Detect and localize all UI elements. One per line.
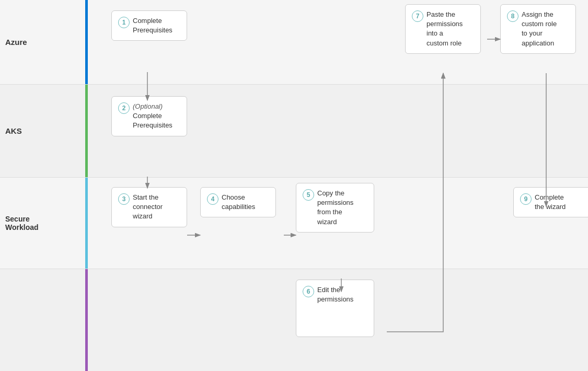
step-3-text: Start theconnectorwizard bbox=[133, 193, 163, 222]
step-2-text: (Optional)CompletePrerequisites bbox=[133, 102, 172, 131]
swimlane-label-bottom bbox=[0, 269, 88, 371]
swimlane-text-azure: Azure bbox=[5, 38, 27, 47]
step-4-text: Choosecapabilities bbox=[222, 193, 255, 212]
step-7-node: 7 Paste thepermissionsinto acustom role bbox=[405, 4, 481, 54]
swimlane-secure: SecureWorkload 3 Start theconnectorwizar… bbox=[0, 178, 588, 269]
step-2-number: 2 bbox=[118, 102, 130, 114]
swimlane-label-azure: Azure bbox=[0, 0, 88, 84]
step-2-node: 2 (Optional)CompletePrerequisites bbox=[111, 96, 187, 136]
swimlane-azure: Azure 1 CompletePrerequisites 7 Paste th… bbox=[0, 0, 588, 85]
step-9-text: Completethe wizard bbox=[535, 193, 566, 212]
step-6-number: 6 bbox=[303, 286, 314, 297]
step-5-text: Copy thepermissionsfrom thewizard bbox=[317, 189, 353, 227]
swimlane-content-bottom: 6 Edit thepermissions bbox=[88, 269, 588, 371]
step-3-number: 3 bbox=[118, 193, 130, 205]
step-5-node: 5 Copy thepermissionsfrom thewizard bbox=[296, 183, 374, 233]
step-7-text: Paste thepermissionsinto acustom role bbox=[426, 10, 463, 48]
step-9-node: 9 Completethe wizard bbox=[513, 187, 588, 217]
step-8-text: Assign thecustom roleto yourapplication bbox=[522, 10, 557, 48]
swimlane-label-secure: SecureWorkload bbox=[0, 178, 88, 269]
swimlane-bottom: 6 Edit thepermissions bbox=[0, 269, 588, 371]
step-7-number: 7 bbox=[412, 10, 423, 22]
swimlane-text-aks: AKS bbox=[5, 126, 22, 135]
step-4-node: 4 Choosecapabilities bbox=[200, 187, 276, 217]
step-9-number: 9 bbox=[520, 193, 532, 205]
swimlane-aks: AKS 2 (Optional)CompletePrerequisites bbox=[0, 85, 588, 178]
diagram-container: Azure 1 CompletePrerequisites 7 Paste th… bbox=[0, 0, 588, 371]
step-5-number: 5 bbox=[303, 189, 314, 201]
step-1-node: 1 CompletePrerequisites bbox=[111, 10, 187, 41]
step-3-node: 3 Start theconnectorwizard bbox=[111, 187, 187, 227]
step-1-text: CompletePrerequisites bbox=[133, 16, 172, 35]
swimlane-label-aks: AKS bbox=[0, 85, 88, 177]
swimlane-text-secure: SecureWorkload bbox=[5, 215, 39, 231]
step-6-node: 6 Edit thepermissions bbox=[296, 280, 374, 337]
step-6-text: Edit thepermissions bbox=[317, 285, 353, 304]
step-4-number: 4 bbox=[207, 193, 218, 205]
step-8-node: 8 Assign thecustom roleto yourapplicatio… bbox=[500, 4, 576, 54]
swimlane-content-secure: 3 Start theconnectorwizard 4 Choosecapab… bbox=[88, 178, 588, 269]
swimlane-content-aks: 2 (Optional)CompletePrerequisites bbox=[88, 85, 588, 177]
step-8-number: 8 bbox=[507, 10, 518, 22]
step-1-number: 1 bbox=[118, 17, 130, 28]
swimlane-content-azure: 1 CompletePrerequisites 7 Paste thepermi… bbox=[88, 0, 588, 84]
